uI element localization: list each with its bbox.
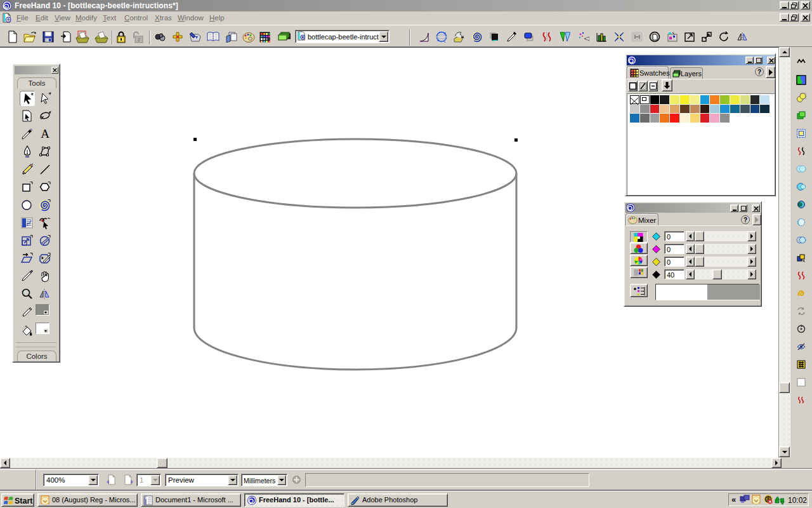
svg-text:2: 2 bbox=[138, 37, 140, 42]
svg-text:A: A bbox=[41, 127, 49, 140]
